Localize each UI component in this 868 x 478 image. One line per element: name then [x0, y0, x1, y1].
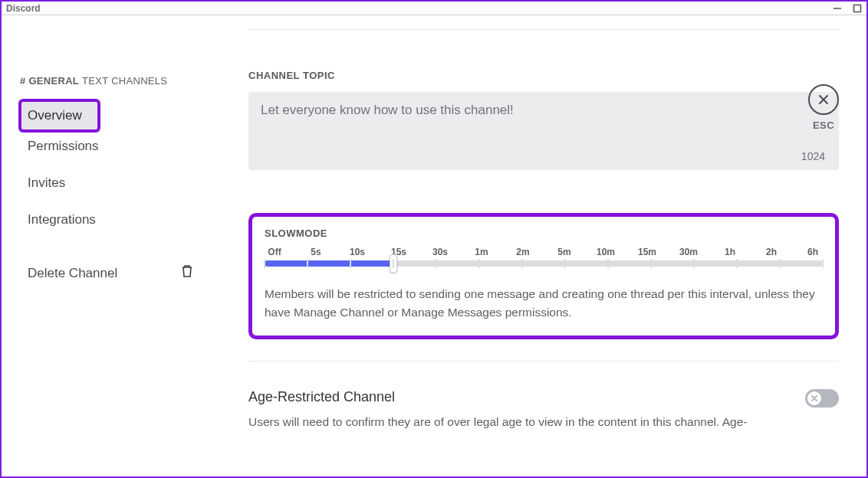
slowmode-tick — [393, 259, 394, 268]
slowmode-tick-labels: Off5s10s15s30s1m2m5m10m15m30m1h2h6h — [265, 247, 823, 257]
age-restricted-toggle[interactable] — [805, 389, 839, 408]
section-divider — [248, 29, 839, 30]
channel-topic-input[interactable]: Let everyone know how to use this channe… — [248, 92, 839, 170]
slowmode-tick-label: 2h — [761, 247, 781, 257]
slowmode-tick — [693, 259, 695, 268]
settings-sidebar: # GENERAL TEXT CHANNELS Overview Permiss… — [2, 15, 213, 476]
channel-name-heading: # GENERAL — [20, 75, 79, 87]
slowmode-tick-label: 5m — [554, 247, 574, 257]
settings-main: CHANNEL TOPIC Let everyone know how to u… — [213, 15, 866, 476]
close-button[interactable] — [808, 84, 839, 115]
slowmode-slider[interactable] — [265, 260, 823, 267]
esc-label: ESC — [808, 120, 839, 131]
toggle-knob — [807, 391, 821, 405]
sidebar-item-label: Invites — [28, 175, 65, 190]
age-restricted-section: Age-Restricted Channel Users will need t… — [248, 389, 839, 431]
channel-topic-char-count: 1024 — [801, 150, 825, 162]
slowmode-slider-fill — [265, 260, 393, 267]
slowmode-tick-label: 1m — [472, 247, 492, 257]
slowmode-tick-label: 15m — [637, 247, 657, 257]
close-icon — [817, 93, 830, 106]
slowmode-tick-label: 6h — [803, 247, 823, 257]
slowmode-tick — [650, 259, 652, 268]
slowmode-tick-label: 30m — [679, 247, 699, 257]
slowmode-tick-label: 1h — [720, 247, 740, 257]
sidebar-item-permissions[interactable]: Permissions — [20, 131, 201, 162]
maximize-button[interactable] — [853, 4, 862, 13]
slowmode-tick-label: 2m — [513, 247, 533, 257]
slowmode-tick — [436, 259, 437, 268]
slowmode-tick — [350, 259, 351, 268]
slowmode-tick-label: 5s — [306, 247, 326, 257]
slowmode-tick-label: Off — [265, 247, 284, 257]
sidebar-item-overview[interactable]: Overview — [20, 100, 99, 131]
channel-topic-heading: CHANNEL TOPIC — [248, 70, 839, 81]
delete-channel-button[interactable]: Delete Channel — [20, 260, 201, 286]
slowmode-tick — [607, 259, 609, 268]
sidebar-item-label: Permissions — [28, 139, 99, 153]
slowmode-tick — [521, 259, 523, 268]
slowmode-tick-label: 10m — [596, 247, 616, 257]
close-settings: ESC — [808, 84, 839, 131]
sidebar-item-label: Integrations — [28, 212, 96, 227]
slowmode-tick-label: 10s — [347, 247, 367, 257]
age-restricted-title: Age-Restricted Channel — [248, 389, 787, 405]
slowmode-tick — [307, 259, 308, 268]
sidebar-item-integrations[interactable]: Integrations — [20, 205, 201, 235]
sidebar-heading: # GENERAL TEXT CHANNELS — [20, 75, 201, 87]
sidebar-item-invites[interactable]: Invites — [20, 168, 201, 198]
slowmode-tick — [478, 259, 480, 268]
sidebar-item-label: Overview — [28, 108, 82, 123]
age-restricted-description: Users will need to confirm they are of o… — [248, 413, 787, 431]
slowmode-tick — [564, 259, 566, 268]
slowmode-heading: SLOWMODE — [265, 228, 823, 239]
channel-topic-placeholder: Let everyone know how to use this channe… — [261, 103, 514, 117]
channel-category-heading: TEXT CHANNELS — [82, 75, 167, 87]
window-controls — [833, 4, 862, 13]
slowmode-description: Members will be restricted to sending on… — [265, 285, 823, 322]
slowmode-tick-label: 30s — [430, 247, 450, 257]
svg-rect-1 — [854, 5, 861, 11]
slowmode-tick — [736, 259, 738, 268]
x-icon — [810, 395, 818, 402]
slowmode-tick — [779, 259, 781, 268]
trash-icon — [181, 264, 193, 282]
section-divider — [248, 361, 839, 362]
window-titlebar: Discord — [2, 2, 866, 15]
slowmode-section: SLOWMODE Off5s10s15s30s1m2m5m10m15m30m1h… — [248, 213, 839, 339]
slowmode-tick — [822, 259, 824, 268]
delete-channel-label: Delete Channel — [28, 266, 117, 281]
minimize-button[interactable] — [833, 4, 842, 13]
window-title: Discord — [6, 3, 41, 14]
slowmode-tick — [264, 259, 265, 268]
